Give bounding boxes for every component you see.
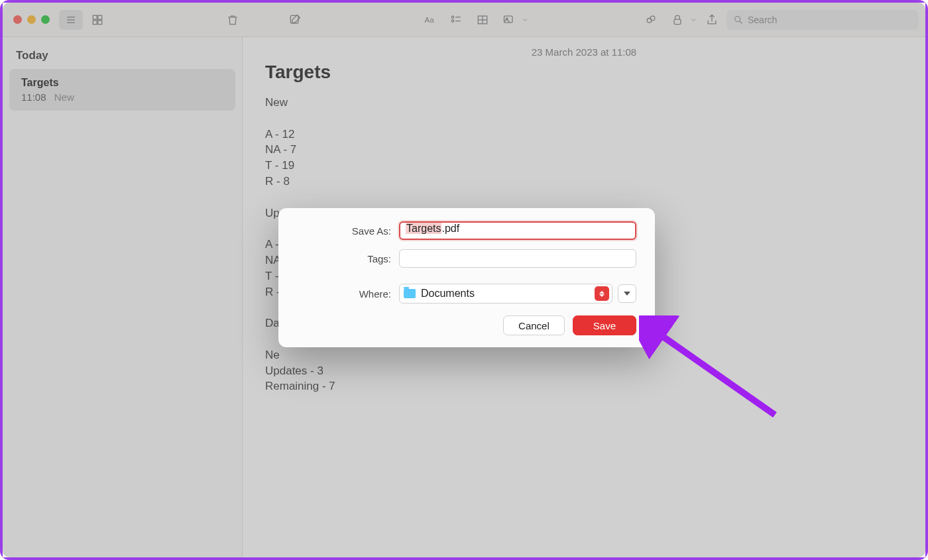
list-view-button[interactable] bbox=[59, 10, 83, 30]
search-placeholder: Search bbox=[748, 15, 777, 25]
list-icon bbox=[64, 13, 78, 27]
minimize-window-button[interactable] bbox=[27, 15, 36, 24]
expand-dialog-button[interactable] bbox=[618, 284, 636, 303]
lock-icon bbox=[671, 13, 684, 27]
text-format-icon: Aa bbox=[423, 13, 436, 27]
note-date: 23 March 2023 at 11:08 bbox=[265, 46, 903, 58]
tags-label: Tags: bbox=[297, 253, 399, 264]
save-button[interactable]: Save bbox=[573, 315, 636, 335]
svg-rect-16 bbox=[504, 16, 512, 23]
note-item-time: 11:08 bbox=[21, 91, 46, 103]
table-icon bbox=[476, 13, 489, 27]
grid-view-button[interactable] bbox=[86, 10, 109, 30]
share-button[interactable] bbox=[700, 10, 724, 30]
chevron-down-icon bbox=[624, 292, 630, 296]
svg-rect-5 bbox=[93, 20, 97, 24]
svg-line-22 bbox=[740, 21, 742, 23]
svg-rect-20 bbox=[674, 19, 681, 24]
svg-point-19 bbox=[650, 16, 655, 21]
note-item-meta: 11:08 New bbox=[21, 91, 223, 103]
grid-icon bbox=[91, 13, 104, 27]
svg-point-21 bbox=[735, 16, 740, 21]
svg-rect-6 bbox=[98, 20, 102, 24]
where-value: Documents bbox=[421, 288, 475, 300]
compose-icon bbox=[288, 13, 302, 27]
filename-extension: .pdf bbox=[441, 223, 459, 234]
link-icon bbox=[644, 13, 658, 27]
save-dialog: Save As: Targets.pdf Tags: Where: Docume… bbox=[278, 208, 655, 347]
svg-point-11 bbox=[451, 20, 453, 22]
tags-input[interactable] bbox=[399, 249, 636, 268]
svg-point-9 bbox=[451, 16, 453, 18]
window-toolbar: Aa Search bbox=[3, 3, 925, 37]
media-button[interactable] bbox=[497, 10, 521, 30]
new-note-button[interactable] bbox=[283, 10, 307, 30]
checklist-button[interactable] bbox=[444, 10, 468, 30]
format-button[interactable]: Aa bbox=[418, 10, 441, 30]
trash-icon bbox=[226, 13, 239, 27]
close-window-button[interactable] bbox=[13, 15, 22, 24]
lock-button[interactable] bbox=[666, 10, 689, 30]
where-label: Where: bbox=[297, 288, 399, 300]
notes-sidebar: Today Targets 11:08 New bbox=[3, 37, 243, 557]
svg-text:Aa: Aa bbox=[424, 15, 434, 24]
where-location-select[interactable]: Documents bbox=[399, 284, 612, 304]
checklist-icon bbox=[449, 13, 463, 27]
traffic-lights bbox=[13, 15, 50, 24]
folder-icon bbox=[404, 289, 416, 298]
fullscreen-window-button[interactable] bbox=[41, 15, 50, 24]
search-icon bbox=[733, 15, 744, 25]
note-list-item[interactable]: Targets 11:08 New bbox=[9, 69, 235, 111]
svg-rect-3 bbox=[93, 15, 97, 19]
svg-rect-7 bbox=[290, 15, 298, 23]
save-as-label: Save As: bbox=[297, 225, 399, 237]
note-item-title: Targets bbox=[21, 77, 223, 89]
table-button[interactable] bbox=[471, 10, 494, 30]
chevron-down-icon bbox=[521, 13, 529, 27]
delete-note-button[interactable] bbox=[221, 10, 245, 30]
chevron-down-icon bbox=[689, 13, 697, 27]
note-title[interactable]: Targets bbox=[265, 62, 903, 83]
cancel-button[interactable]: Cancel bbox=[503, 315, 565, 335]
sidebar-section-header: Today bbox=[9, 45, 235, 69]
svg-rect-4 bbox=[98, 15, 102, 19]
link-button[interactable] bbox=[639, 10, 663, 30]
filename-selected-text: Targets bbox=[406, 223, 441, 234]
image-icon bbox=[502, 13, 516, 27]
note-item-preview: New bbox=[54, 91, 74, 103]
share-icon bbox=[705, 13, 719, 27]
save-as-filename-input[interactable]: Targets.pdf bbox=[399, 221, 636, 240]
select-arrows-icon bbox=[595, 286, 609, 301]
search-field[interactable]: Search bbox=[726, 10, 919, 30]
